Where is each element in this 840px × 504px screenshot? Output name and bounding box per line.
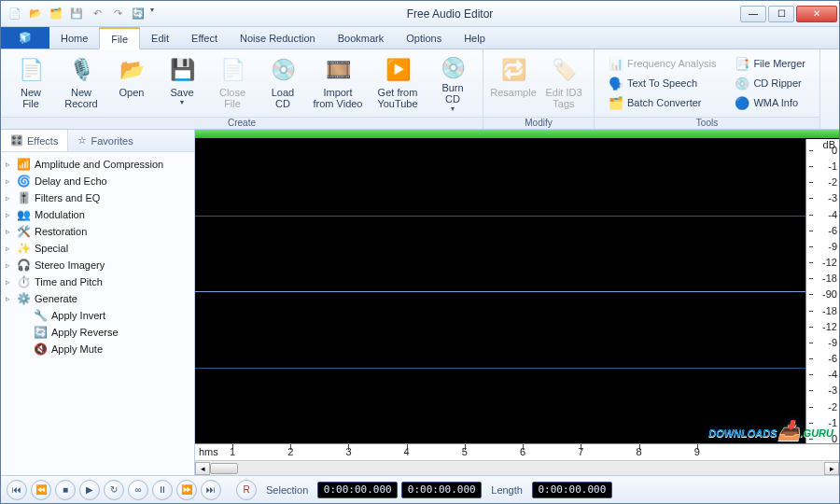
scroll-right-button[interactable]: ▸ [824,462,839,475]
batch-conv-label: Batch Converter [627,97,701,108]
qat-open-icon[interactable]: 📂 [27,6,44,22]
node-label: Apply Reverse [51,327,119,338]
replay-button[interactable]: ↻ [104,480,124,500]
qat-overflow-icon[interactable]: ▾ [150,6,154,22]
node-label: Amplitude and Compression [35,159,163,170]
time-ruler[interactable]: hms 123456789 [195,443,839,460]
time-unit-label: hms [199,446,218,457]
play-button[interactable]: ▶ [79,480,100,500]
file-merger-button[interactable]: 📑File Merger [730,54,810,73]
maximize-button[interactable]: ☐ [768,6,794,22]
tree-node-time-and-pitch[interactable]: ▹⏱️Time and Pitch [3,273,192,290]
open-button[interactable]: 📂Open [107,52,156,114]
db-tick-label: -12 [822,321,837,332]
qat-undo-icon[interactable]: ↶ [89,6,105,22]
db-tick-label: -4 [828,369,837,380]
tab-home[interactable]: Home [49,27,99,49]
tree-node-modulation[interactable]: ▹👥Modulation [3,206,192,223]
time-tick-label: 1 [230,446,235,457]
tree-node-apply-invert[interactable]: 🔧Apply Invert [3,307,192,324]
ribbon-tabs: 🧊 HomeFileEditEffectNoise ReductionBookm… [1,27,839,49]
edit-id3-icon: 🏷️ [549,55,579,85]
horizontal-scrollbar[interactable]: ◂ ▸ [195,460,839,475]
pause-button[interactable]: ⏸ [152,480,173,500]
qat-refresh-icon[interactable]: 🔄 [130,6,147,22]
tree-node-special[interactable]: ▹✨Special [3,240,192,257]
cd-ripper-button[interactable]: 💿CD Ripper [730,74,810,92]
node-label: Stereo Imagery [35,259,105,271]
tab-edit[interactable]: Edit [140,27,180,49]
node-label: Generate [35,293,77,304]
effects-tree[interactable]: ▹📶Amplitude and Compression▹🌀Delay and E… [1,152,194,475]
db-tick-label: -18 [822,305,837,316]
length-label: Length [491,484,523,496]
tree-node-generate[interactable]: ▹⚙️Generate [3,290,192,307]
transport-bar: ⏮ ⏪ ■ ▶ ↻ ∞ ⏸ ⏩ ⏭ R Selection 0:00:00.00… [1,475,839,503]
tab-effect[interactable]: Effect [180,27,229,49]
new-file-button[interactable]: 📄NewFile [7,52,55,114]
overview-strip[interactable] [195,130,839,139]
time-tick-label: 5 [462,446,468,457]
file-merger-label: File Merger [753,58,805,69]
batch-conv-button[interactable]: 🗂️Batch Converter [604,93,721,112]
tab-help[interactable]: Help [453,27,497,49]
tree-node-amplitude-and-compression[interactable]: ▹📶Amplitude and Compression [3,156,192,173]
db-scale: dB 0-1-2-3-4-6-9-12-18-90-18-12-9-6-4-3-… [805,139,839,443]
qat-folder-icon[interactable]: 🗂️ [48,6,64,22]
cube-icon: 🧊 [19,32,32,44]
new-record-button[interactable]: 🎙️NewRecord [57,52,105,114]
tree-node-delay-and-echo[interactable]: ▹🌀Delay and Echo [3,173,192,189]
tree-node-apply-mute[interactable]: 🔇Apply Mute [3,341,192,357]
db-tick-label: -4 [828,209,837,220]
wma-info-button[interactable]: 🔵WMA Info [730,93,810,112]
waveform-canvas[interactable] [195,139,805,443]
db-tick-label: -3 [828,192,837,203]
get-youtube-button[interactable]: ▶️Get fromYouTube [369,52,427,114]
tree-node-filters-and-eq[interactable]: ▹🎚️Filters and EQ [3,189,192,206]
expand-icon: ▹ [3,294,12,303]
qat-redo-icon[interactable]: ↷ [109,6,126,22]
sidebar-tab-effects[interactable]: 🎛️ Effects [1,130,68,151]
expand-icon: ▹ [3,160,12,169]
import-video-button[interactable]: 🎞️Importfrom Video [309,52,367,114]
expand-icon: ▹ [3,277,12,287]
minimize-button[interactable]: — [740,6,766,22]
app-menu-button[interactable]: 🧊 [1,27,49,49]
tree-node-apply-reverse[interactable]: 🔄Apply Reverse [3,324,192,341]
tree-node-stereo-imagery[interactable]: ▹🎧Stereo Imagery [3,257,192,273]
scroll-track[interactable] [210,462,824,475]
ribbon-group-modify: 🔁Resample🏷️Edit ID3TagsModify [483,49,595,129]
import-video-icon: 🎞️ [323,55,353,85]
tab-options[interactable]: Options [395,27,453,49]
time-tick-label: 9 [694,446,700,457]
qat-save-icon[interactable]: 💾 [68,6,85,22]
time-tick-label: 3 [345,446,351,457]
stop-button[interactable]: ■ [55,480,76,500]
tab-bookmark[interactable]: Bookmark [327,27,396,49]
goto-start-button[interactable]: ⏮ [7,480,27,500]
sidebar-tab-favorites[interactable]: ☆ Favorites [68,130,142,151]
node-label: Delay and Echo [35,175,107,187]
scroll-left-button[interactable]: ◂ [195,462,210,475]
time-tick-label: 2 [287,446,293,457]
node-icon: ⚙️ [16,291,31,306]
load-cd-button[interactable]: 💿LoadCD [259,52,307,114]
resample-label: Resample [490,87,537,98]
tts-button[interactable]: 🗣️Text To Speech [604,74,721,92]
step-forward-button[interactable]: ⏩ [176,480,197,500]
window-controls: — ☐ ✕ [740,6,839,22]
goto-end-button[interactable]: ⏭ [201,480,221,500]
save-button[interactable]: 💾Save▾ [158,52,206,114]
step-back-button[interactable]: ⏪ [31,480,51,500]
record-button[interactable]: R [236,480,257,500]
db-tick-label: -12 [822,257,837,268]
qat-new-icon[interactable]: 📄 [7,6,23,22]
close-button[interactable]: ✕ [796,6,837,22]
app-window: 📄 📂 🗂️ 💾 ↶ ↷ 🔄 ▾ Free Audio Editor — ☐ ✕… [0,0,840,504]
tab-file[interactable]: File [99,27,140,49]
loop-button[interactable]: ∞ [128,480,148,500]
scroll-thumb[interactable] [210,463,238,474]
tree-node-restoration[interactable]: ▹🛠️Restoration [3,223,192,240]
tab-noise-reduction[interactable]: Noise Reduction [229,27,327,49]
burn-cd-button[interactable]: 💿BurnCD▾ [428,52,477,114]
